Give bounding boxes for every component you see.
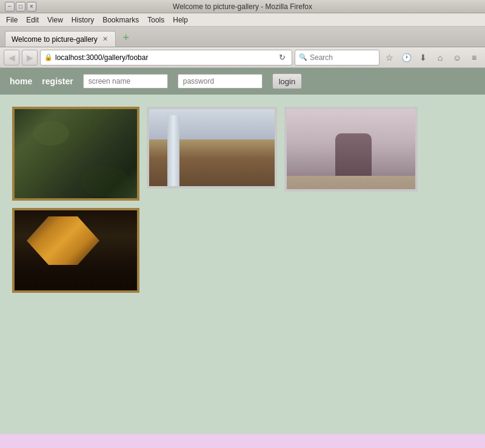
photo-4-thumbnail[interactable] xyxy=(12,208,139,293)
gallery-content xyxy=(0,95,485,434)
back-button[interactable]: ◀ xyxy=(4,50,19,65)
menu-view[interactable]: View xyxy=(44,15,67,25)
menu-bookmarks[interactable]: Bookmarks xyxy=(99,15,142,25)
download-icon[interactable]: ⬇ xyxy=(416,50,430,65)
search-wrap: 🔍 xyxy=(295,50,380,65)
reload-button[interactable]: ↻ xyxy=(276,52,288,64)
photo-4-image xyxy=(15,210,139,293)
password-input[interactable] xyxy=(178,74,263,89)
home-link[interactable]: home xyxy=(10,76,32,86)
app-nav: home register login xyxy=(0,68,485,95)
menu-help[interactable]: Help xyxy=(169,15,192,25)
photo-3-image xyxy=(287,109,418,192)
photo-1-image xyxy=(15,109,139,201)
maximize-button[interactable]: □ xyxy=(16,2,25,12)
forward-button[interactable]: ▶ xyxy=(22,50,38,65)
sync-icon[interactable]: ☺ xyxy=(450,50,464,65)
menu-icon[interactable]: ≡ xyxy=(467,50,481,65)
history-icon[interactable]: 🕐 xyxy=(399,50,413,65)
photo-2-image xyxy=(149,109,277,189)
window-title: Welcome to picture-gallery - Mozilla Fir… xyxy=(41,2,444,11)
register-link[interactable]: register xyxy=(42,76,73,86)
login-button[interactable]: login xyxy=(272,73,302,89)
tab-active[interactable]: Welcome to picture-gallery ✕ xyxy=(5,31,116,47)
new-tab-button[interactable]: + xyxy=(119,31,133,44)
tab-bar: Welcome to picture-gallery ✕ + xyxy=(0,27,485,47)
address-bar-wrap: 🔒 ↻ xyxy=(40,50,292,65)
tab-label: Welcome to picture-gallery xyxy=(12,35,98,44)
nav-bar: ◀ ▶ 🔒 ↻ 🔍 ☆ 🕐 ⬇ ⌂ ☺ ≡ xyxy=(0,47,485,68)
home-icon[interactable]: ⌂ xyxy=(433,50,447,65)
bookmark-icon[interactable]: ☆ xyxy=(382,50,396,65)
title-bar-left: − □ × xyxy=(5,2,41,12)
address-input[interactable] xyxy=(55,53,273,62)
minimize-button[interactable]: − xyxy=(5,2,15,12)
photo-1-thumbnail[interactable] xyxy=(12,107,139,201)
address-lock-icon: 🔒 xyxy=(44,53,53,61)
menu-file[interactable]: File xyxy=(2,15,21,25)
menu-edit[interactable]: Edit xyxy=(22,15,42,25)
search-icon: 🔍 xyxy=(299,53,307,61)
menu-bar: File Edit View History Bookmarks Tools H… xyxy=(0,13,485,27)
menu-tools[interactable]: Tools xyxy=(144,15,168,25)
tab-close-button[interactable]: ✕ xyxy=(101,35,109,43)
photo-2-thumbnail[interactable] xyxy=(147,107,277,189)
menu-history[interactable]: History xyxy=(68,15,98,25)
title-bar: − □ × Welcome to picture-gallery - Mozil… xyxy=(0,0,485,13)
screen-name-input[interactable] xyxy=(83,74,168,89)
photo-3-thumbnail[interactable] xyxy=(284,107,418,192)
close-button[interactable]: × xyxy=(27,2,36,12)
